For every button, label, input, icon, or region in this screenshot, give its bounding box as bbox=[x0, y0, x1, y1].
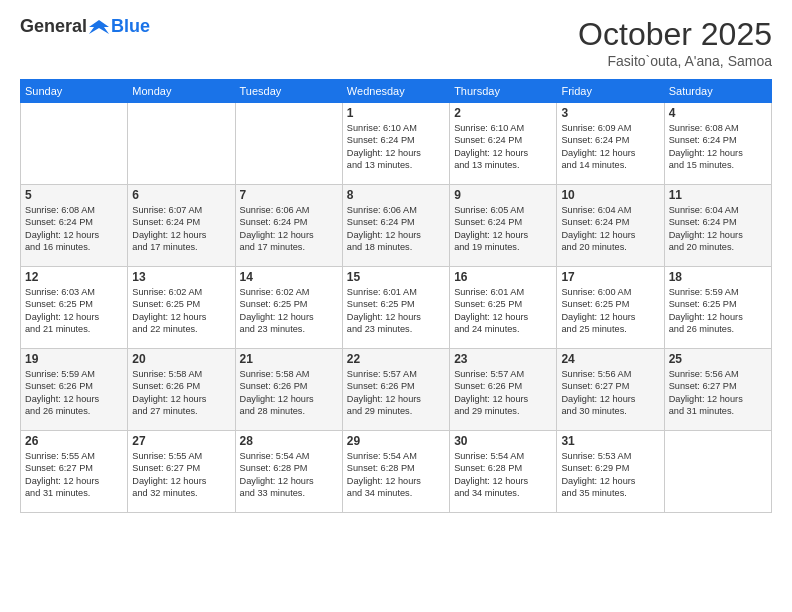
day-number: 4 bbox=[669, 106, 767, 120]
cell-sun-info: Sunrise: 6:02 AM Sunset: 6:25 PM Dayligh… bbox=[240, 286, 338, 336]
day-number: 16 bbox=[454, 270, 552, 284]
calendar-cell: 22Sunrise: 5:57 AM Sunset: 6:26 PM Dayli… bbox=[342, 349, 449, 431]
calendar-week-3: 12Sunrise: 6:03 AM Sunset: 6:25 PM Dayli… bbox=[21, 267, 772, 349]
col-header-tuesday: Tuesday bbox=[235, 80, 342, 103]
day-number: 9 bbox=[454, 188, 552, 202]
cell-sun-info: Sunrise: 5:59 AM Sunset: 6:26 PM Dayligh… bbox=[25, 368, 123, 418]
cell-sun-info: Sunrise: 6:06 AM Sunset: 6:24 PM Dayligh… bbox=[347, 204, 445, 254]
title-block: October 2025 Fasito`outa, A'ana, Samoa bbox=[578, 16, 772, 69]
calendar-cell bbox=[664, 431, 771, 513]
cell-sun-info: Sunrise: 6:09 AM Sunset: 6:24 PM Dayligh… bbox=[561, 122, 659, 172]
day-number: 5 bbox=[25, 188, 123, 202]
cell-sun-info: Sunrise: 6:04 AM Sunset: 6:24 PM Dayligh… bbox=[669, 204, 767, 254]
calendar-cell bbox=[235, 103, 342, 185]
day-number: 2 bbox=[454, 106, 552, 120]
calendar-cell: 28Sunrise: 5:54 AM Sunset: 6:28 PM Dayli… bbox=[235, 431, 342, 513]
calendar-cell: 23Sunrise: 5:57 AM Sunset: 6:26 PM Dayli… bbox=[450, 349, 557, 431]
day-number: 20 bbox=[132, 352, 230, 366]
cell-sun-info: Sunrise: 6:10 AM Sunset: 6:24 PM Dayligh… bbox=[347, 122, 445, 172]
calendar-cell: 16Sunrise: 6:01 AM Sunset: 6:25 PM Dayli… bbox=[450, 267, 557, 349]
cell-sun-info: Sunrise: 6:04 AM Sunset: 6:24 PM Dayligh… bbox=[561, 204, 659, 254]
col-header-monday: Monday bbox=[128, 80, 235, 103]
calendar-cell: 10Sunrise: 6:04 AM Sunset: 6:24 PM Dayli… bbox=[557, 185, 664, 267]
day-number: 15 bbox=[347, 270, 445, 284]
day-number: 12 bbox=[25, 270, 123, 284]
cell-sun-info: Sunrise: 5:59 AM Sunset: 6:25 PM Dayligh… bbox=[669, 286, 767, 336]
day-number: 3 bbox=[561, 106, 659, 120]
calendar-cell: 21Sunrise: 5:58 AM Sunset: 6:26 PM Dayli… bbox=[235, 349, 342, 431]
calendar-cell: 6Sunrise: 6:07 AM Sunset: 6:24 PM Daylig… bbox=[128, 185, 235, 267]
calendar-week-1: 1Sunrise: 6:10 AM Sunset: 6:24 PM Daylig… bbox=[21, 103, 772, 185]
header: General Blue October 2025 Fasito`outa, A… bbox=[20, 16, 772, 69]
col-header-thursday: Thursday bbox=[450, 80, 557, 103]
day-number: 13 bbox=[132, 270, 230, 284]
cell-sun-info: Sunrise: 5:53 AM Sunset: 6:29 PM Dayligh… bbox=[561, 450, 659, 500]
calendar-cell: 29Sunrise: 5:54 AM Sunset: 6:28 PM Dayli… bbox=[342, 431, 449, 513]
calendar-cell: 30Sunrise: 5:54 AM Sunset: 6:28 PM Dayli… bbox=[450, 431, 557, 513]
day-number: 22 bbox=[347, 352, 445, 366]
day-number: 29 bbox=[347, 434, 445, 448]
calendar-cell bbox=[128, 103, 235, 185]
day-number: 25 bbox=[669, 352, 767, 366]
calendar-cell: 31Sunrise: 5:53 AM Sunset: 6:29 PM Dayli… bbox=[557, 431, 664, 513]
cell-sun-info: Sunrise: 5:57 AM Sunset: 6:26 PM Dayligh… bbox=[347, 368, 445, 418]
cell-sun-info: Sunrise: 6:03 AM Sunset: 6:25 PM Dayligh… bbox=[25, 286, 123, 336]
calendar-cell: 3Sunrise: 6:09 AM Sunset: 6:24 PM Daylig… bbox=[557, 103, 664, 185]
calendar: SundayMondayTuesdayWednesdayThursdayFrid… bbox=[20, 79, 772, 513]
cell-sun-info: Sunrise: 5:55 AM Sunset: 6:27 PM Dayligh… bbox=[25, 450, 123, 500]
calendar-cell: 5Sunrise: 6:08 AM Sunset: 6:24 PM Daylig… bbox=[21, 185, 128, 267]
day-number: 21 bbox=[240, 352, 338, 366]
day-number: 31 bbox=[561, 434, 659, 448]
calendar-cell: 19Sunrise: 5:59 AM Sunset: 6:26 PM Dayli… bbox=[21, 349, 128, 431]
calendar-cell: 27Sunrise: 5:55 AM Sunset: 6:27 PM Dayli… bbox=[128, 431, 235, 513]
day-number: 19 bbox=[25, 352, 123, 366]
cell-sun-info: Sunrise: 6:00 AM Sunset: 6:25 PM Dayligh… bbox=[561, 286, 659, 336]
svg-marker-0 bbox=[89, 20, 109, 34]
calendar-cell: 15Sunrise: 6:01 AM Sunset: 6:25 PM Dayli… bbox=[342, 267, 449, 349]
day-number: 27 bbox=[132, 434, 230, 448]
cell-sun-info: Sunrise: 6:01 AM Sunset: 6:25 PM Dayligh… bbox=[454, 286, 552, 336]
col-header-wednesday: Wednesday bbox=[342, 80, 449, 103]
cell-sun-info: Sunrise: 6:10 AM Sunset: 6:24 PM Dayligh… bbox=[454, 122, 552, 172]
day-number: 30 bbox=[454, 434, 552, 448]
day-number: 18 bbox=[669, 270, 767, 284]
calendar-cell: 8Sunrise: 6:06 AM Sunset: 6:24 PM Daylig… bbox=[342, 185, 449, 267]
logo: General Blue bbox=[20, 16, 150, 37]
calendar-cell: 14Sunrise: 6:02 AM Sunset: 6:25 PM Dayli… bbox=[235, 267, 342, 349]
cell-sun-info: Sunrise: 5:58 AM Sunset: 6:26 PM Dayligh… bbox=[132, 368, 230, 418]
calendar-cell: 4Sunrise: 6:08 AM Sunset: 6:24 PM Daylig… bbox=[664, 103, 771, 185]
calendar-cell: 12Sunrise: 6:03 AM Sunset: 6:25 PM Dayli… bbox=[21, 267, 128, 349]
logo-general-text: General bbox=[20, 16, 87, 37]
cell-sun-info: Sunrise: 5:58 AM Sunset: 6:26 PM Dayligh… bbox=[240, 368, 338, 418]
calendar-cell bbox=[21, 103, 128, 185]
cell-sun-info: Sunrise: 6:02 AM Sunset: 6:25 PM Dayligh… bbox=[132, 286, 230, 336]
day-number: 23 bbox=[454, 352, 552, 366]
calendar-week-2: 5Sunrise: 6:08 AM Sunset: 6:24 PM Daylig… bbox=[21, 185, 772, 267]
calendar-cell: 18Sunrise: 5:59 AM Sunset: 6:25 PM Dayli… bbox=[664, 267, 771, 349]
logo-bird-icon bbox=[89, 20, 109, 34]
calendar-cell: 13Sunrise: 6:02 AM Sunset: 6:25 PM Dayli… bbox=[128, 267, 235, 349]
day-number: 8 bbox=[347, 188, 445, 202]
day-number: 10 bbox=[561, 188, 659, 202]
cell-sun-info: Sunrise: 6:08 AM Sunset: 6:24 PM Dayligh… bbox=[25, 204, 123, 254]
cell-sun-info: Sunrise: 6:06 AM Sunset: 6:24 PM Dayligh… bbox=[240, 204, 338, 254]
cell-sun-info: Sunrise: 5:56 AM Sunset: 6:27 PM Dayligh… bbox=[561, 368, 659, 418]
col-header-friday: Friday bbox=[557, 80, 664, 103]
cell-sun-info: Sunrise: 6:05 AM Sunset: 6:24 PM Dayligh… bbox=[454, 204, 552, 254]
cell-sun-info: Sunrise: 6:07 AM Sunset: 6:24 PM Dayligh… bbox=[132, 204, 230, 254]
calendar-week-5: 26Sunrise: 5:55 AM Sunset: 6:27 PM Dayli… bbox=[21, 431, 772, 513]
day-number: 1 bbox=[347, 106, 445, 120]
day-number: 24 bbox=[561, 352, 659, 366]
cell-sun-info: Sunrise: 5:57 AM Sunset: 6:26 PM Dayligh… bbox=[454, 368, 552, 418]
cell-sun-info: Sunrise: 5:54 AM Sunset: 6:28 PM Dayligh… bbox=[347, 450, 445, 500]
calendar-cell: 2Sunrise: 6:10 AM Sunset: 6:24 PM Daylig… bbox=[450, 103, 557, 185]
day-number: 26 bbox=[25, 434, 123, 448]
page: General Blue October 2025 Fasito`outa, A… bbox=[0, 0, 792, 612]
calendar-cell: 24Sunrise: 5:56 AM Sunset: 6:27 PM Dayli… bbox=[557, 349, 664, 431]
day-number: 6 bbox=[132, 188, 230, 202]
logo-blue-text: Blue bbox=[111, 16, 150, 37]
cell-sun-info: Sunrise: 5:56 AM Sunset: 6:27 PM Dayligh… bbox=[669, 368, 767, 418]
calendar-week-4: 19Sunrise: 5:59 AM Sunset: 6:26 PM Dayli… bbox=[21, 349, 772, 431]
calendar-header-row: SundayMondayTuesdayWednesdayThursdayFrid… bbox=[21, 80, 772, 103]
cell-sun-info: Sunrise: 5:55 AM Sunset: 6:27 PM Dayligh… bbox=[132, 450, 230, 500]
